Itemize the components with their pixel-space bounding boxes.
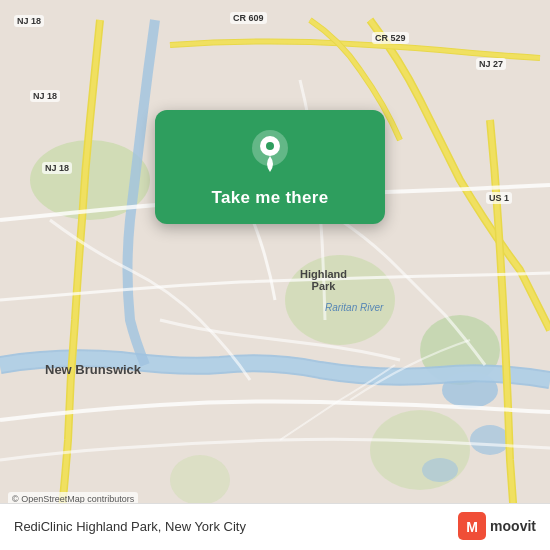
moovit-text: moovit — [490, 518, 536, 534]
road-label-nj18-mid: NJ 18 — [30, 90, 60, 102]
svg-point-7 — [470, 425, 510, 455]
location-name: RediClinic Highland Park, New York City — [14, 519, 246, 534]
action-card[interactable]: Take me there — [155, 110, 385, 224]
road-label-nj18-lower: NJ 18 — [42, 162, 72, 174]
svg-point-11 — [266, 142, 274, 150]
place-highland-park: Highland Park — [300, 268, 347, 292]
map-container: CR 609 NJ 18 NJ 18 NJ 18 CR 529 NJ 27 US… — [0, 0, 550, 550]
take-me-there-label: Take me there — [212, 188, 329, 208]
river-label: Raritan River — [325, 302, 383, 313]
location-pin-icon — [246, 128, 294, 176]
road-label-us1: US 1 — [486, 192, 512, 204]
road-label-nj27: NJ 27 — [476, 58, 506, 70]
road-label-nj18-top: NJ 18 — [14, 15, 44, 27]
moovit-icon: M — [458, 512, 486, 540]
svg-point-5 — [170, 455, 230, 505]
road-label-cr609: CR 609 — [230, 12, 267, 24]
moovit-logo: M moovit — [458, 512, 536, 540]
svg-text:M: M — [466, 519, 478, 535]
map-background — [0, 0, 550, 550]
bottom-bar: RediClinic Highland Park, New York City … — [0, 503, 550, 550]
place-new-brunswick: New Brunswick — [45, 362, 141, 377]
svg-point-4 — [370, 410, 470, 490]
road-label-cr529: CR 529 — [372, 32, 409, 44]
svg-point-8 — [422, 458, 458, 482]
